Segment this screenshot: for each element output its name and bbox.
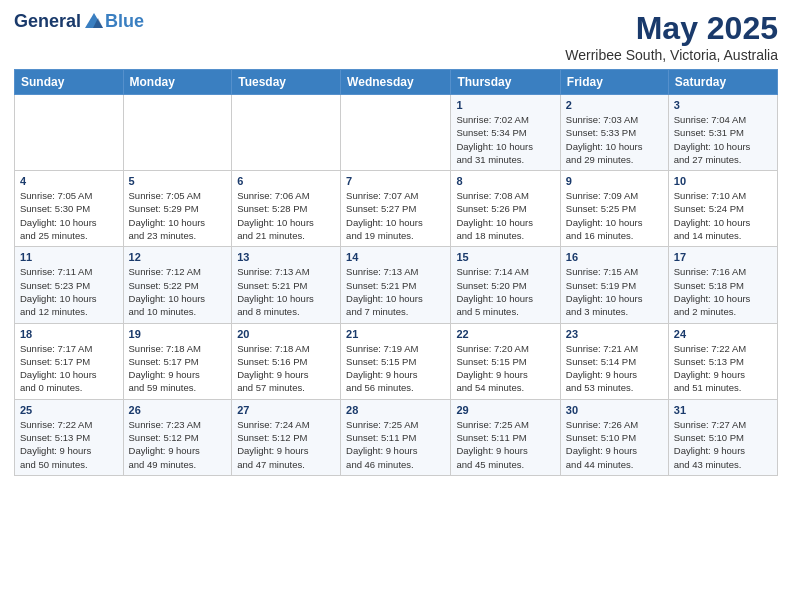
day-number: 30: [566, 404, 663, 416]
logo-icon: [83, 10, 105, 32]
calendar-cell: [341, 95, 451, 171]
logo: General Blue: [14, 10, 144, 32]
day-number: 2: [566, 99, 663, 111]
day-info: Sunrise: 7:25 AMSunset: 5:11 PMDaylight:…: [456, 418, 554, 471]
day-number: 5: [129, 175, 227, 187]
col-friday: Friday: [560, 70, 668, 95]
day-number: 28: [346, 404, 445, 416]
day-number: 18: [20, 328, 118, 340]
day-info: Sunrise: 7:10 AMSunset: 5:24 PMDaylight:…: [674, 189, 772, 242]
day-info: Sunrise: 7:15 AMSunset: 5:19 PMDaylight:…: [566, 265, 663, 318]
day-info: Sunrise: 7:24 AMSunset: 5:12 PMDaylight:…: [237, 418, 335, 471]
day-info: Sunrise: 7:12 AMSunset: 5:22 PMDaylight:…: [129, 265, 227, 318]
day-number: 11: [20, 251, 118, 263]
day-number: 12: [129, 251, 227, 263]
calendar-week-row: 11Sunrise: 7:11 AMSunset: 5:23 PMDayligh…: [15, 247, 778, 323]
day-info: Sunrise: 7:16 AMSunset: 5:18 PMDaylight:…: [674, 265, 772, 318]
day-number: 4: [20, 175, 118, 187]
calendar-week-row: 1Sunrise: 7:02 AMSunset: 5:34 PMDaylight…: [15, 95, 778, 171]
day-number: 16: [566, 251, 663, 263]
calendar-week-row: 25Sunrise: 7:22 AMSunset: 5:13 PMDayligh…: [15, 399, 778, 475]
day-info: Sunrise: 7:02 AMSunset: 5:34 PMDaylight:…: [456, 113, 554, 166]
calendar-cell: 10Sunrise: 7:10 AMSunset: 5:24 PMDayligh…: [668, 171, 777, 247]
day-info: Sunrise: 7:06 AMSunset: 5:28 PMDaylight:…: [237, 189, 335, 242]
day-info: Sunrise: 7:08 AMSunset: 5:26 PMDaylight:…: [456, 189, 554, 242]
calendar-cell: 8Sunrise: 7:08 AMSunset: 5:26 PMDaylight…: [451, 171, 560, 247]
day-number: 7: [346, 175, 445, 187]
day-info: Sunrise: 7:13 AMSunset: 5:21 PMDaylight:…: [237, 265, 335, 318]
day-info: Sunrise: 7:13 AMSunset: 5:21 PMDaylight:…: [346, 265, 445, 318]
day-info: Sunrise: 7:27 AMSunset: 5:10 PMDaylight:…: [674, 418, 772, 471]
calendar-cell: 24Sunrise: 7:22 AMSunset: 5:13 PMDayligh…: [668, 323, 777, 399]
day-info: Sunrise: 7:18 AMSunset: 5:16 PMDaylight:…: [237, 342, 335, 395]
day-number: 31: [674, 404, 772, 416]
calendar-cell: 23Sunrise: 7:21 AMSunset: 5:14 PMDayligh…: [560, 323, 668, 399]
day-info: Sunrise: 7:19 AMSunset: 5:15 PMDaylight:…: [346, 342, 445, 395]
day-info: Sunrise: 7:09 AMSunset: 5:25 PMDaylight:…: [566, 189, 663, 242]
day-number: 23: [566, 328, 663, 340]
calendar-cell: 22Sunrise: 7:20 AMSunset: 5:15 PMDayligh…: [451, 323, 560, 399]
day-info: Sunrise: 7:23 AMSunset: 5:12 PMDaylight:…: [129, 418, 227, 471]
day-number: 6: [237, 175, 335, 187]
calendar-cell: [232, 95, 341, 171]
col-tuesday: Tuesday: [232, 70, 341, 95]
calendar-cell: 4Sunrise: 7:05 AMSunset: 5:30 PMDaylight…: [15, 171, 124, 247]
calendar-cell: [15, 95, 124, 171]
day-info: Sunrise: 7:03 AMSunset: 5:33 PMDaylight:…: [566, 113, 663, 166]
calendar-week-row: 18Sunrise: 7:17 AMSunset: 5:17 PMDayligh…: [15, 323, 778, 399]
day-number: 29: [456, 404, 554, 416]
day-number: 1: [456, 99, 554, 111]
day-number: 25: [20, 404, 118, 416]
day-number: 10: [674, 175, 772, 187]
day-number: 13: [237, 251, 335, 263]
calendar-cell: 7Sunrise: 7:07 AMSunset: 5:27 PMDaylight…: [341, 171, 451, 247]
day-number: 27: [237, 404, 335, 416]
col-wednesday: Wednesday: [341, 70, 451, 95]
calendar-cell: 28Sunrise: 7:25 AMSunset: 5:11 PMDayligh…: [341, 399, 451, 475]
day-number: 19: [129, 328, 227, 340]
calendar-cell: 30Sunrise: 7:26 AMSunset: 5:10 PMDayligh…: [560, 399, 668, 475]
day-info: Sunrise: 7:04 AMSunset: 5:31 PMDaylight:…: [674, 113, 772, 166]
day-info: Sunrise: 7:22 AMSunset: 5:13 PMDaylight:…: [20, 418, 118, 471]
calendar-cell: 26Sunrise: 7:23 AMSunset: 5:12 PMDayligh…: [123, 399, 232, 475]
day-info: Sunrise: 7:18 AMSunset: 5:17 PMDaylight:…: [129, 342, 227, 395]
header: General Blue May 2025 Werribee South, Vi…: [14, 10, 778, 63]
logo-area: General Blue: [14, 10, 144, 32]
day-info: Sunrise: 7:14 AMSunset: 5:20 PMDaylight:…: [456, 265, 554, 318]
calendar-cell: 29Sunrise: 7:25 AMSunset: 5:11 PMDayligh…: [451, 399, 560, 475]
month-title: May 2025: [565, 10, 778, 47]
day-number: 15: [456, 251, 554, 263]
day-info: Sunrise: 7:05 AMSunset: 5:30 PMDaylight:…: [20, 189, 118, 242]
calendar-cell: 17Sunrise: 7:16 AMSunset: 5:18 PMDayligh…: [668, 247, 777, 323]
day-number: 20: [237, 328, 335, 340]
day-number: 26: [129, 404, 227, 416]
day-info: Sunrise: 7:11 AMSunset: 5:23 PMDaylight:…: [20, 265, 118, 318]
calendar-cell: 16Sunrise: 7:15 AMSunset: 5:19 PMDayligh…: [560, 247, 668, 323]
title-area: May 2025 Werribee South, Victoria, Austr…: [565, 10, 778, 63]
calendar-cell: 14Sunrise: 7:13 AMSunset: 5:21 PMDayligh…: [341, 247, 451, 323]
day-number: 21: [346, 328, 445, 340]
day-info: Sunrise: 7:17 AMSunset: 5:17 PMDaylight:…: [20, 342, 118, 395]
calendar-cell: 21Sunrise: 7:19 AMSunset: 5:15 PMDayligh…: [341, 323, 451, 399]
day-number: 9: [566, 175, 663, 187]
calendar-cell: 13Sunrise: 7:13 AMSunset: 5:21 PMDayligh…: [232, 247, 341, 323]
day-info: Sunrise: 7:07 AMSunset: 5:27 PMDaylight:…: [346, 189, 445, 242]
calendar-cell: 27Sunrise: 7:24 AMSunset: 5:12 PMDayligh…: [232, 399, 341, 475]
page: General Blue May 2025 Werribee South, Vi…: [0, 0, 792, 486]
calendar-cell: 15Sunrise: 7:14 AMSunset: 5:20 PMDayligh…: [451, 247, 560, 323]
calendar-cell: 3Sunrise: 7:04 AMSunset: 5:31 PMDaylight…: [668, 95, 777, 171]
day-number: 8: [456, 175, 554, 187]
calendar-cell: 11Sunrise: 7:11 AMSunset: 5:23 PMDayligh…: [15, 247, 124, 323]
calendar-cell: 25Sunrise: 7:22 AMSunset: 5:13 PMDayligh…: [15, 399, 124, 475]
calendar-week-row: 4Sunrise: 7:05 AMSunset: 5:30 PMDaylight…: [15, 171, 778, 247]
calendar-header-row: Sunday Monday Tuesday Wednesday Thursday…: [15, 70, 778, 95]
calendar-cell: 6Sunrise: 7:06 AMSunset: 5:28 PMDaylight…: [232, 171, 341, 247]
calendar-cell: 19Sunrise: 7:18 AMSunset: 5:17 PMDayligh…: [123, 323, 232, 399]
day-info: Sunrise: 7:21 AMSunset: 5:14 PMDaylight:…: [566, 342, 663, 395]
day-number: 3: [674, 99, 772, 111]
calendar-cell: 12Sunrise: 7:12 AMSunset: 5:22 PMDayligh…: [123, 247, 232, 323]
day-info: Sunrise: 7:22 AMSunset: 5:13 PMDaylight:…: [674, 342, 772, 395]
day-number: 22: [456, 328, 554, 340]
col-thursday: Thursday: [451, 70, 560, 95]
calendar-cell: [123, 95, 232, 171]
